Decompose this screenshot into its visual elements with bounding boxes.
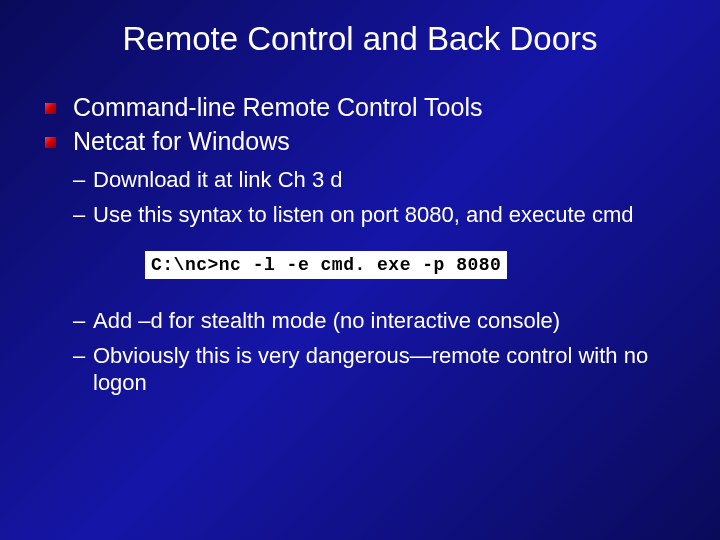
sub-bullet-list-1: Download it at link Ch 3 d Use this synt… bbox=[45, 166, 675, 228]
sub-bullet-2: Use this syntax to listen on port 8080, … bbox=[73, 201, 675, 229]
sub-bullet-list-2: Add –d for stealth mode (no interactive … bbox=[45, 307, 675, 397]
code-command-block: C:\nc>nc -l -e cmd. exe -p 8080 bbox=[145, 251, 507, 279]
main-bullet-1: Command-line Remote Control Tools bbox=[45, 92, 675, 122]
sub-bullet-1: Download it at link Ch 3 d bbox=[73, 166, 675, 194]
slide-title: Remote Control and Back Doors bbox=[45, 20, 675, 58]
main-bullet-2: Netcat for Windows bbox=[45, 126, 675, 156]
main-bullet-list: Command-line Remote Control Tools Netcat… bbox=[45, 92, 675, 156]
sub-bullet-3: Add –d for stealth mode (no interactive … bbox=[73, 307, 675, 335]
sub-bullet-4: Obviously this is very dangerous—remote … bbox=[73, 342, 675, 397]
